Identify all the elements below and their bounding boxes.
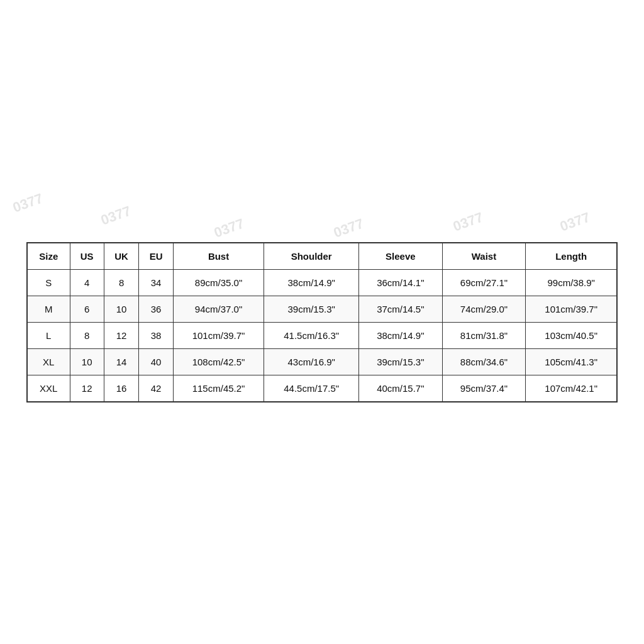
cell-waist: 74cm/29.0"	[442, 296, 526, 322]
cell-waist: 81cm/31.8"	[442, 322, 526, 348]
cell-size: M	[28, 296, 70, 322]
cell-sleeve: 36cm/14.1"	[359, 269, 443, 296]
table-row: L81238101cm/39.7"41.5cm/16.3"38cm/14.9"8…	[28, 322, 617, 348]
size-chart-table: Size US UK EU Bust Shoulder Sleeve Waist…	[27, 243, 617, 402]
cell-waist: 69cm/27.1"	[442, 269, 526, 296]
col-header-bust: Bust	[173, 243, 264, 269]
col-header-us: US	[70, 243, 104, 269]
size-chart-container: Size US UK EU Bust Shoulder Sleeve Waist…	[26, 242, 618, 402]
cell-size: L	[28, 322, 70, 348]
cell-eu: 36	[139, 296, 173, 322]
col-header-length: Length	[526, 243, 617, 269]
cell-uk: 16	[104, 375, 139, 401]
cell-us: 12	[70, 375, 104, 401]
cell-shoulder: 41.5cm/16.3"	[264, 322, 359, 348]
cell-length: 103cm/40.5"	[526, 322, 617, 348]
cell-us: 4	[70, 269, 104, 296]
cell-sleeve: 39cm/15.3"	[359, 348, 443, 375]
watermark-5: 0377	[451, 209, 486, 235]
cell-sleeve: 37cm/14.5"	[359, 296, 443, 322]
watermark-4: 0377	[331, 215, 366, 241]
cell-us: 10	[70, 348, 104, 375]
col-header-uk: UK	[104, 243, 139, 269]
cell-length: 105cm/41.3"	[526, 348, 617, 375]
cell-size: S	[28, 269, 70, 296]
table-row: S483489cm/35.0"38cm/14.9"36cm/14.1"69cm/…	[28, 269, 617, 296]
cell-bust: 108cm/42.5"	[173, 348, 264, 375]
table-header-row: Size US UK EU Bust Shoulder Sleeve Waist…	[28, 243, 617, 269]
col-header-waist: Waist	[442, 243, 526, 269]
cell-shoulder: 39cm/15.3"	[264, 296, 359, 322]
cell-uk: 8	[104, 269, 139, 296]
cell-length: 101cm/39.7"	[526, 296, 617, 322]
cell-shoulder: 38cm/14.9"	[264, 269, 359, 296]
col-header-eu: EU	[139, 243, 173, 269]
watermark-3: 0377	[212, 215, 247, 241]
cell-us: 8	[70, 322, 104, 348]
cell-size: XL	[28, 348, 70, 375]
cell-eu: 40	[139, 348, 173, 375]
cell-bust: 89cm/35.0"	[173, 269, 264, 296]
cell-bust: 115cm/45.2"	[173, 375, 264, 401]
table-row: M6103694cm/37.0"39cm/15.3"37cm/14.5"74cm…	[28, 296, 617, 322]
cell-uk: 12	[104, 322, 139, 348]
col-header-shoulder: Shoulder	[264, 243, 359, 269]
cell-sleeve: 38cm/14.9"	[359, 322, 443, 348]
cell-eu: 34	[139, 269, 173, 296]
cell-uk: 14	[104, 348, 139, 375]
cell-shoulder: 44.5cm/17.5"	[264, 375, 359, 401]
table-row: XL101440108cm/42.5"43cm/16.9"39cm/15.3"8…	[28, 348, 617, 375]
col-header-size: Size	[28, 243, 70, 269]
cell-uk: 10	[104, 296, 139, 322]
cell-eu: 38	[139, 322, 173, 348]
cell-shoulder: 43cm/16.9"	[264, 348, 359, 375]
watermark-6: 0377	[558, 209, 592, 235]
table-row: XXL121642115cm/45.2"44.5cm/17.5"40cm/15.…	[28, 375, 617, 401]
cell-length: 107cm/42.1"	[526, 375, 617, 401]
cell-waist: 95cm/37.4"	[442, 375, 526, 401]
cell-length: 99cm/38.9"	[526, 269, 617, 296]
watermark-2: 0377	[99, 203, 133, 228]
cell-sleeve: 40cm/15.7"	[359, 375, 443, 401]
cell-bust: 94cm/37.0"	[173, 296, 264, 322]
cell-bust: 101cm/39.7"	[173, 322, 264, 348]
cell-us: 6	[70, 296, 104, 322]
cell-size: XXL	[28, 375, 70, 401]
col-header-sleeve: Sleeve	[359, 243, 443, 269]
cell-eu: 42	[139, 375, 173, 401]
watermark-1: 0377	[11, 190, 45, 216]
cell-waist: 88cm/34.6"	[442, 348, 526, 375]
